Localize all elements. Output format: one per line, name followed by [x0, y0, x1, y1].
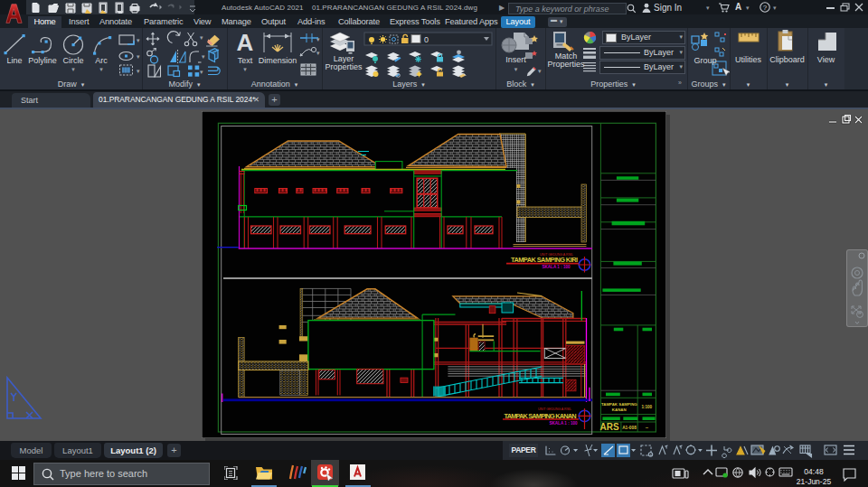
svg-text:TAMPAK SAMPING KANAN: TAMPAK SAMPING KANAN	[505, 412, 577, 420]
svg-text:TAMPAK SAMPING: TAMPAK SAMPING	[601, 402, 637, 407]
svg-text:04:48: 04:48	[804, 467, 824, 476]
svg-text:▾: ▾	[137, 53, 140, 60]
svg-text:SKALA 1 : 100: SKALA 1 : 100	[549, 421, 578, 426]
svg-text:▾: ▾	[538, 68, 542, 74]
svg-text:SKALA 1 : 100: SKALA 1 : 100	[542, 265, 571, 269]
svg-text:▾: ▾	[200, 34, 203, 41]
svg-text:ARS: ARS	[599, 422, 618, 432]
svg-text:▾: ▾	[202, 53, 205, 60]
svg-text:1:100: 1:100	[641, 405, 652, 409]
svg-text:▾: ▾	[137, 37, 140, 43]
svg-text:▾: ▾	[316, 50, 320, 56]
svg-text:A1-008: A1-008	[622, 426, 637, 430]
svg-text:0: 0	[424, 35, 429, 44]
svg-text:▾: ▾	[316, 36, 320, 42]
svg-text:UNIT GEDUNG A RSIL: UNIT GEDUNG A RSIL	[538, 407, 571, 411]
svg-text:KANAN: KANAN	[612, 407, 627, 412]
svg-text:▾: ▾	[137, 68, 140, 74]
svg-text:?: ?	[763, 4, 768, 12]
svg-text:▾: ▾	[200, 69, 203, 75]
svg-text:21-Jun-25: 21-Jun-25	[797, 477, 832, 485]
